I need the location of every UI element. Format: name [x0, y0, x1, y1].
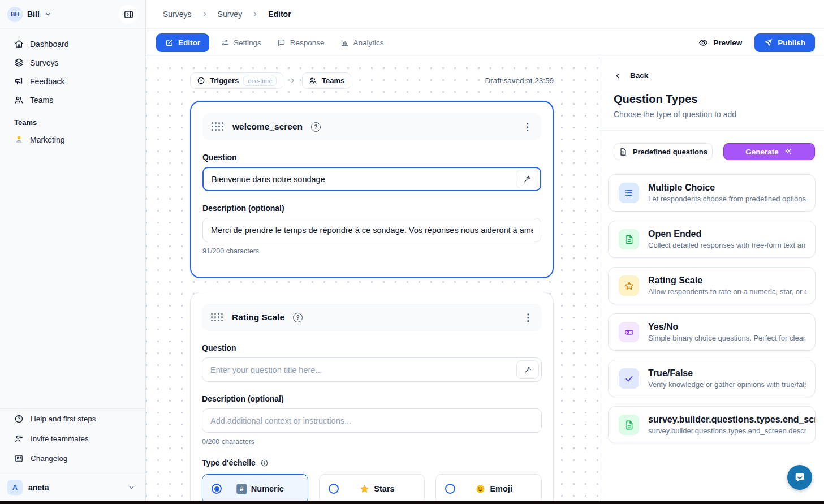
- question-type-title: Rating Scale: [648, 275, 702, 285]
- list-icon: [619, 183, 639, 203]
- sidebar-item-changelog[interactable]: Changelog: [0, 449, 145, 468]
- card-menu-button[interactable]: ⋮: [523, 122, 532, 132]
- preview-button[interactable]: Preview: [698, 38, 742, 48]
- send-icon: [764, 38, 773, 47]
- back-button[interactable]: Back: [599, 57, 824, 80]
- preview-label: Preview: [713, 38, 742, 47]
- teams-section-label: Teams: [0, 109, 145, 130]
- draft-status: Draft saved at 23:59: [485, 76, 554, 85]
- workspace-name: Bill: [27, 10, 40, 19]
- tab-label: Response: [290, 38, 325, 47]
- megaphone-icon: [14, 76, 24, 86]
- tab-label: Editor: [178, 38, 200, 47]
- users-icon: [14, 95, 24, 105]
- toggle-icon: [619, 322, 639, 342]
- sidebar-item-label: Surveys: [30, 58, 59, 67]
- tab-analytics[interactable]: Analytics: [340, 38, 384, 47]
- question-type-desc: Allow respondents to rate on a numeric, …: [648, 287, 806, 296]
- sidebar-item-label: Dashboard: [30, 40, 69, 49]
- editor-tabbar: Editor Settings Response Analytics Previ…: [146, 29, 824, 57]
- drag-handle-icon[interactable]: [211, 313, 223, 322]
- question-type-multiple-choice[interactable]: Multiple Choice Let respondents choose f…: [608, 174, 816, 212]
- sidebar-item-surveys[interactable]: Surveys: [0, 53, 145, 72]
- teams-chip[interactable]: Teams: [302, 72, 351, 89]
- radio-icon[interactable]: [445, 484, 455, 494]
- tab-settings[interactable]: Settings: [221, 38, 261, 47]
- question-card-title: welcome_screen: [232, 122, 303, 132]
- triggers-chip[interactable]: Triggers one-time: [190, 72, 283, 89]
- scale-option-numeric[interactable]: # Numeric: [202, 474, 308, 503]
- check-icon: [619, 368, 639, 389]
- hash-icon: #: [236, 484, 247, 494]
- question-type-true-false[interactable]: True/False Verify knowledge or gather op…: [608, 360, 816, 397]
- breadcrumb: Surveys Survey Editor: [146, 0, 824, 29]
- chat-support-button[interactable]: [787, 465, 812, 490]
- question-field-label: Question: [202, 153, 541, 162]
- question-description-input[interactable]: [202, 218, 541, 242]
- question-type-rating-scale[interactable]: Rating Scale Allow respondents to rate o…: [608, 267, 816, 304]
- chevron-down-icon: [127, 483, 136, 492]
- sidebar-item-label: Help and first steps: [31, 415, 96, 423]
- breadcrumb-surveys[interactable]: Surveys: [163, 10, 192, 19]
- question-description-input[interactable]: [202, 408, 542, 433]
- tab-response[interactable]: Response: [277, 38, 325, 47]
- newspaper-icon: [14, 454, 24, 463]
- predefined-questions-button[interactable]: Predefined questions: [614, 143, 713, 160]
- sidebar-footer: Help and first steps Invite teammates Ch…: [0, 408, 145, 501]
- scale-option-emoji[interactable]: Emoji: [435, 474, 542, 503]
- help-circle-icon: [14, 414, 24, 424]
- question-type-title: survey.builder.questions.types.end_scr..…: [648, 415, 816, 424]
- ai-rewrite-button[interactable]: [516, 360, 539, 379]
- workspace-switcher[interactable]: BH Bill: [0, 0, 145, 29]
- sidebar-toggle-button[interactable]: [119, 5, 138, 24]
- question-type-end-screen[interactable]: survey.builder.questions.types.end_scr..…: [608, 406, 816, 443]
- sidebar-item-team-marketing[interactable]: Marketing: [0, 130, 145, 149]
- sidebar-item-teams[interactable]: Teams: [0, 91, 145, 109]
- file-text-icon: [619, 415, 639, 435]
- help-circle-icon: ?: [293, 313, 303, 322]
- sidebar-item-dashboard[interactable]: Dashboard: [0, 35, 145, 53]
- survey-canvas: Triggers one-time Teams Draft saved at 2…: [146, 57, 599, 504]
- sidebar-item-invite[interactable]: Invite teammates: [0, 429, 145, 449]
- eye-icon: [698, 38, 708, 48]
- account-switcher[interactable]: A aneta: [0, 473, 145, 501]
- question-title-input[interactable]: [202, 357, 542, 382]
- panel-subtitle: Choose the type of question to add: [599, 106, 824, 119]
- help-circle-icon: ?: [311, 122, 321, 132]
- question-field-label: Question: [202, 343, 542, 352]
- question-card-rating-scale[interactable]: Rating Scale ? ⋮ Question Description (o…: [190, 292, 554, 504]
- sidebar-item-help[interactable]: Help and first steps: [0, 409, 145, 429]
- breadcrumb-survey[interactable]: Survey: [218, 10, 243, 19]
- radio-checked-icon[interactable]: [212, 484, 222, 494]
- panel-actions: Predefined questions Generate: [599, 131, 824, 160]
- breadcrumb-editor: Editor: [268, 10, 291, 19]
- scale-option-label: Numeric: [251, 484, 284, 493]
- scale-option-stars[interactable]: Stars: [319, 474, 425, 503]
- question-type-open-ended[interactable]: Open Ended Collect detailed responses wi…: [608, 221, 816, 258]
- card-menu-button[interactable]: ⋮: [523, 313, 533, 322]
- generate-button[interactable]: Generate: [723, 143, 815, 160]
- predefined-label: Predefined questions: [633, 148, 707, 156]
- radio-icon[interactable]: [329, 484, 339, 494]
- question-type-yes-no[interactable]: Yes/No Simple binary choice questions. P…: [608, 313, 816, 351]
- smiley-emoji-icon: [475, 484, 486, 494]
- sidebar-item-feedback[interactable]: Feedback: [0, 72, 145, 91]
- question-card-title: Rating Scale: [232, 312, 284, 322]
- drag-handle-icon[interactable]: [212, 122, 224, 131]
- workspace-avatar: BH: [7, 7, 23, 22]
- description-field-label: Description (optional): [202, 394, 542, 403]
- question-card-header[interactable]: Rating Scale ? ⋮: [202, 304, 542, 331]
- star-emoji-icon: [359, 484, 370, 494]
- ai-rewrite-button[interactable]: [516, 170, 538, 188]
- question-title-input[interactable]: [202, 167, 541, 191]
- tab-label: Analytics: [353, 38, 384, 47]
- technologist-emoji-icon: [14, 135, 24, 144]
- chat-bubble-icon: [793, 471, 806, 484]
- team-label: Marketing: [30, 135, 64, 144]
- publish-button[interactable]: Publish: [754, 33, 815, 52]
- layers-icon: [14, 58, 24, 67]
- question-card-header[interactable]: welcome_screen ? ⋮: [202, 113, 541, 140]
- tab-editor[interactable]: Editor: [156, 33, 209, 52]
- chevron-left-icon: [614, 72, 622, 80]
- question-card-welcome-screen[interactable]: welcome_screen ? ⋮ Question Description …: [190, 101, 554, 278]
